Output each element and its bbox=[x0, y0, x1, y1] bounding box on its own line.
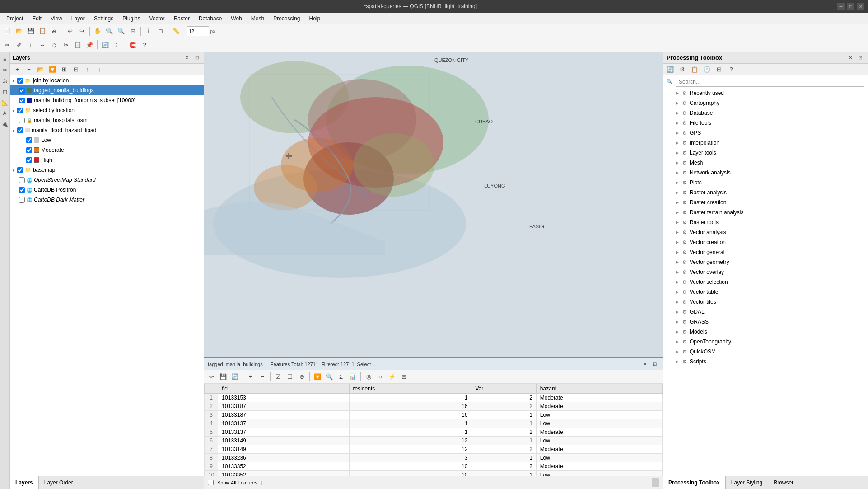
menu-item-project[interactable]: Project bbox=[3, 14, 27, 23]
toolbox-item-network-analysis[interactable]: ▶⚙Network analysis bbox=[663, 168, 868, 178]
toolbox-item-file-tools[interactable]: ▶⚙File tools bbox=[663, 118, 868, 128]
invert-select-button[interactable]: ⊕ bbox=[296, 371, 307, 382]
layer-checkbox[interactable] bbox=[19, 98, 25, 103]
field-calc-button2[interactable]: Σ bbox=[336, 371, 346, 382]
reload-button[interactable]: 🔄 bbox=[229, 371, 240, 382]
layer-tagged-manila-buildings[interactable]: tagged_manila_buildings bbox=[10, 85, 204, 95]
menu-item-database[interactable]: Database bbox=[195, 14, 225, 23]
maximize-button[interactable]: □ bbox=[847, 3, 854, 10]
measure-button[interactable]: 📏 bbox=[171, 26, 182, 37]
toolbox-results-button[interactable]: 📋 bbox=[689, 64, 700, 75]
layers-detach-button[interactable]: ⊡ bbox=[193, 54, 201, 62]
legend-checkbox[interactable] bbox=[26, 157, 32, 163]
show-all-checkbox[interactable] bbox=[208, 480, 214, 485]
toolbox-item-scripts[interactable]: ▶⚙Scripts bbox=[663, 357, 868, 367]
toolbox-detach-button[interactable]: ⊡ bbox=[856, 54, 864, 62]
menu-item-edit[interactable]: Edit bbox=[28, 14, 45, 23]
toolbox-refresh-button[interactable]: 🔄 bbox=[665, 64, 676, 75]
print-button[interactable]: 🖨 bbox=[49, 26, 60, 37]
toolbox-item-recently-used[interactable]: ▶⚙Recently used bbox=[663, 88, 868, 98]
tab-layers[interactable]: Layers bbox=[10, 476, 39, 489]
move-feature-button[interactable]: ↔ bbox=[37, 39, 48, 50]
layers-close-button[interactable]: ✕ bbox=[183, 54, 191, 62]
table-row[interactable]: 5 10133137 1 2 Moderate bbox=[205, 428, 663, 437]
menu-item-layer[interactable]: Layer bbox=[68, 14, 89, 23]
layer-checkbox[interactable] bbox=[19, 118, 25, 123]
menu-item-plugins[interactable]: Plugins bbox=[119, 14, 144, 23]
add-record-button[interactable]: + bbox=[245, 371, 256, 382]
filter-button[interactable]: 🔽 bbox=[312, 371, 323, 382]
table-row[interactable]: 2 10133187 16 2 Moderate bbox=[205, 402, 663, 411]
layer-manila-building-footprints[interactable]: manila_building_footprints_subset [10000… bbox=[10, 95, 204, 105]
toolbox-search-input[interactable] bbox=[676, 77, 864, 87]
group-checkbox[interactable] bbox=[17, 108, 23, 113]
layers-icon[interactable]: ≡ bbox=[0, 55, 9, 64]
attr-close-button[interactable]: ✕ bbox=[641, 360, 649, 368]
toolbox-item-vector-geometry[interactable]: ▶⚙Vector geometry bbox=[663, 257, 868, 267]
deselect-button[interactable]: ☐ bbox=[285, 371, 295, 382]
cut-feature-button[interactable]: ✂ bbox=[61, 39, 71, 50]
toolbox-item-vector-selection[interactable]: ▶⚙Vector selection bbox=[663, 277, 868, 287]
table-row[interactable]: 8 10133236 3 1 Low bbox=[205, 454, 663, 462]
toolbox-settings-button[interactable]: ⚙ bbox=[677, 64, 688, 75]
menu-item-web[interactable]: Web bbox=[227, 14, 245, 23]
attr-table-scroll[interactable]: fid residents Var hazard 1 10133153 1 2 … bbox=[204, 384, 663, 476]
open-layer-button[interactable]: 📂 bbox=[35, 64, 46, 75]
toolbox-item-raster-analysis[interactable]: ▶⚙Raster analysis bbox=[663, 188, 868, 197]
search-button[interactable]: 🔍 bbox=[324, 371, 335, 382]
toolbox-help-button[interactable]: ? bbox=[726, 64, 737, 75]
vertex-tool-button[interactable]: ◇ bbox=[49, 39, 60, 50]
toolbox-item-gdal[interactable]: ▶⚙GDAL bbox=[663, 307, 868, 317]
font-size-input[interactable] bbox=[187, 26, 209, 36]
layer-checkbox[interactable] bbox=[17, 127, 23, 133]
toolbox-item-raster-creation[interactable]: ▶⚙Raster creation bbox=[663, 197, 868, 207]
toolbox-item-database[interactable]: ▶⚙Database bbox=[663, 108, 868, 118]
map-canvas[interactable]: QUEZON CITY CUBAO LUYONG PASIG ✛ bbox=[204, 52, 663, 357]
toolbox-item-vector-creation[interactable]: ▶⚙Vector creation bbox=[663, 237, 868, 247]
toolbox-item-gps[interactable]: ▶⚙GPS bbox=[663, 128, 868, 138]
toolbox-item-interpolation[interactable]: ▶⚙Interpolation bbox=[663, 138, 868, 148]
group-basemap[interactable]: 📁 basemap bbox=[10, 165, 204, 175]
col-hazard[interactable]: hazard bbox=[536, 384, 662, 394]
select-icon[interactable]: ◻ bbox=[0, 87, 9, 96]
remove-layer-button[interactable]: − bbox=[23, 64, 34, 75]
toolbox-item-vector-analysis[interactable]: ▶⚙Vector analysis bbox=[663, 227, 868, 237]
measure-icon[interactable]: 📐 bbox=[0, 98, 9, 107]
col-residents[interactable]: residents bbox=[349, 384, 471, 394]
scroll-indicator[interactable] bbox=[652, 478, 659, 488]
toolbox-item-vector-table[interactable]: ▶⚙Vector table bbox=[663, 287, 868, 297]
layer-cartodb-positron[interactable]: 🌐 CartoDB Positron bbox=[10, 185, 204, 195]
menu-item-vector[interactable]: Vector bbox=[146, 14, 168, 23]
menu-item-settings[interactable]: Settings bbox=[90, 14, 117, 23]
table-row[interactable]: 4 10133137 1 1 Low bbox=[205, 419, 663, 428]
attribute-icon[interactable]: 🗂 bbox=[0, 76, 9, 85]
layer-osm-standard[interactable]: 🌐 OpenStreetMap Standard bbox=[10, 175, 204, 185]
table-row[interactable]: 1 10133153 1 2 Moderate bbox=[205, 394, 663, 402]
move-up-button[interactable]: ↑ bbox=[82, 64, 93, 75]
toolbox-item-grass[interactable]: ▶⚙GRASS bbox=[663, 317, 868, 327]
group-join-by-location[interactable]: 📁 join by location bbox=[10, 75, 204, 85]
group-checkbox[interactable] bbox=[17, 78, 23, 84]
edit-table-button[interactable]: ✏ bbox=[206, 371, 217, 382]
table-row[interactable]: 3 10133187 16 1 Low bbox=[205, 411, 663, 419]
plugins-icon[interactable]: 🔌 bbox=[0, 120, 9, 129]
toolbox-item-quickosm[interactable]: ▶⚙QuickOSM bbox=[663, 347, 868, 357]
layer-checkbox[interactable] bbox=[19, 88, 25, 94]
toolbox-item-raster-tools[interactable]: ▶⚙Raster tools bbox=[663, 217, 868, 227]
paste-feature-button[interactable]: 📌 bbox=[84, 39, 95, 50]
collapse-all-button[interactable]: ⊟ bbox=[70, 64, 81, 75]
layer-cartodb-dark[interactable]: 🌐 CartoDB Dark Matter bbox=[10, 195, 204, 205]
dock-button[interactable]: ⊞ bbox=[398, 371, 409, 382]
tab-browser[interactable]: Browser bbox=[768, 476, 799, 489]
save-edits-button[interactable]: 💾 bbox=[218, 371, 229, 382]
menu-item-mesh[interactable]: Mesh bbox=[247, 14, 268, 23]
toolbox-item-vector-general[interactable]: ▶⚙Vector general bbox=[663, 247, 868, 257]
attr-detach-button[interactable]: ⊡ bbox=[651, 360, 659, 368]
table-row[interactable]: 9 10133352 10 2 Moderate bbox=[205, 462, 663, 471]
redo-button[interactable]: ↪ bbox=[76, 26, 87, 37]
save-as-button[interactable]: 📋 bbox=[37, 26, 48, 37]
add-feature-button[interactable]: + bbox=[25, 39, 36, 50]
filter-layer-button[interactable]: 🔽 bbox=[47, 64, 58, 75]
zoom-full-button[interactable]: ⊞ bbox=[127, 26, 138, 37]
menu-item-help[interactable]: Help bbox=[306, 14, 324, 23]
